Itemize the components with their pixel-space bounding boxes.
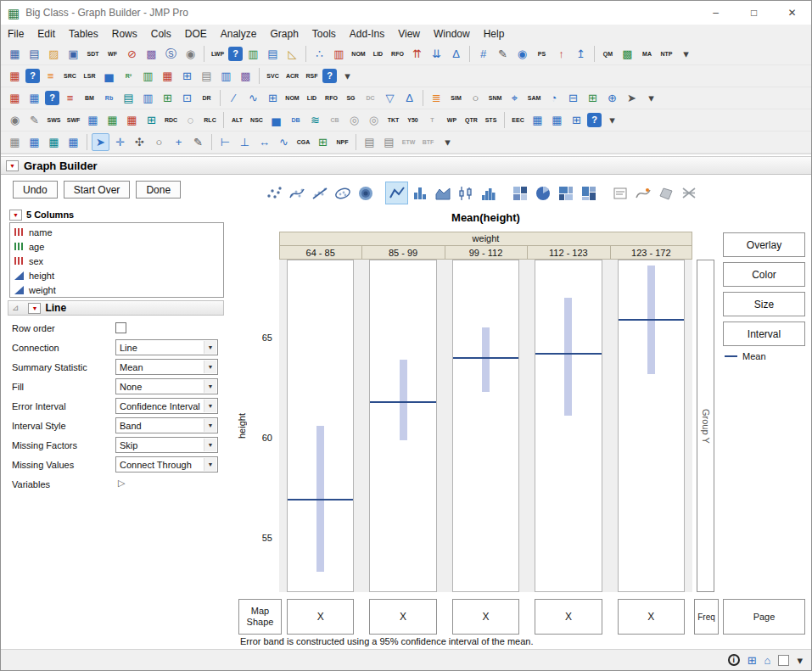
grid-blue-icon[interactable]: ▦ <box>529 111 546 129</box>
wp-addin-icon[interactable]: WP <box>443 111 461 129</box>
table-gray-icon[interactable]: ▦ <box>6 133 24 151</box>
close-button[interactable]: ✕ <box>773 1 811 25</box>
points-element-icon[interactable] <box>262 182 285 204</box>
balance-icon[interactable]: Δ <box>447 45 465 63</box>
list-orange-icon[interactable]: ≣ <box>428 89 445 107</box>
pie-element-icon[interactable] <box>531 182 554 204</box>
grid-plus-icon[interactable]: ⊞ <box>568 111 585 129</box>
t-addin-icon[interactable]: T <box>423 111 441 129</box>
btf-addin-icon[interactable]: BTF <box>419 133 437 151</box>
rb-addin-icon[interactable]: Rb <box>100 89 118 107</box>
table-blue-icon[interactable]: ▥ <box>217 67 235 85</box>
arrow-up-red-icon[interactable]: ↑ <box>552 45 570 63</box>
grid-blue-icon[interactable]: ▦ <box>548 111 566 129</box>
bar-element-icon[interactable] <box>408 182 431 204</box>
menu-file[interactable]: File <box>1 25 31 42</box>
arrow-top-icon[interactable]: ↥ <box>572 45 590 63</box>
cursor-icon[interactable]: ➤ <box>623 89 641 107</box>
ntp-addin-icon[interactable]: NTP <box>658 45 675 63</box>
x-drop-zone[interactable]: X <box>369 599 436 635</box>
new-data-table-icon[interactable]: ▤ <box>25 45 43 63</box>
doc-search-icon[interactable]: ◌ <box>182 111 199 129</box>
y50-addin-icon[interactable]: Y50 <box>404 111 422 129</box>
menu-addins[interactable]: Add-Ins <box>343 25 391 42</box>
table-gray-icon[interactable]: ▤ <box>198 67 216 85</box>
flag-chart-icon[interactable]: ▤ <box>264 45 282 63</box>
resize-axis-icon[interactable]: ↔ <box>255 133 273 151</box>
eec-addin-icon[interactable]: EEC <box>509 111 527 129</box>
dc-addin-icon[interactable]: DC <box>361 89 379 107</box>
page-drop-zone[interactable]: Page <box>723 599 805 635</box>
chart-blue-icon[interactable]: ▥ <box>139 89 157 107</box>
grid-red-icon[interactable]: ▦ <box>6 89 24 107</box>
alt-addin-icon[interactable]: ALT <box>228 111 246 129</box>
r-squared-icon[interactable]: R² <box>120 67 137 85</box>
error-interval-select[interactable]: Confidence Interval▼ <box>115 398 218 414</box>
grid-plus-green-icon[interactable]: ⊞ <box>159 89 176 107</box>
minimize-button[interactable]: – <box>697 1 735 25</box>
map-shapes-element-icon[interactable] <box>654 182 677 204</box>
sg-addin-icon[interactable]: SG <box>342 89 360 107</box>
heatmap-element-icon[interactable] <box>508 182 531 204</box>
grid-blue-icon[interactable]: ▦ <box>84 111 102 129</box>
snm-addin-icon[interactable]: SNM <box>486 89 504 107</box>
sim-addin-icon[interactable]: SIM <box>447 89 465 107</box>
magnifier-tool-icon[interactable]: ○ <box>150 133 168 151</box>
grid-teal-icon[interactable]: ⊞ <box>143 111 160 129</box>
size-drop-button[interactable]: Size <box>723 292 805 316</box>
grid-number-icon[interactable]: # <box>474 45 492 63</box>
toolbar-overflow-icon[interactable]: ▾ <box>677 45 695 63</box>
caption-box-element-icon[interactable] <box>608 182 631 204</box>
bars-green-icon[interactable]: ▥ <box>139 67 157 85</box>
wf-addin-icon[interactable]: WF <box>104 45 121 63</box>
columns-red-triangle-icon[interactable]: ▼ <box>9 210 22 221</box>
plus-grid-icon[interactable]: ⊞ <box>178 67 196 85</box>
column-item-sex[interactable]: sex <box>10 254 223 268</box>
x-drop-zone[interactable]: X <box>535 599 602 635</box>
color-drop-button[interactable]: Color <box>723 262 805 287</box>
freq-drop-zone[interactable]: Freq <box>694 599 719 635</box>
done-button[interactable]: Done <box>136 181 181 199</box>
lid-addin-icon[interactable]: LID <box>303 89 321 107</box>
src-addin-icon[interactable]: SRC <box>61 67 79 85</box>
ellipse-element-icon[interactable] <box>331 182 354 204</box>
column-item-height[interactable]: height <box>10 268 223 282</box>
grid-plus-icon[interactable]: ⊞ <box>264 89 282 107</box>
scatter-chart-icon[interactable]: ∴ <box>311 45 328 63</box>
image-icon[interactable]: ▩ <box>143 45 160 63</box>
toolbar-overflow-icon[interactable]: ▾ <box>642 89 660 107</box>
treemap-element-icon[interactable] <box>554 182 577 204</box>
rfo-addin-icon[interactable]: RFO <box>389 45 406 63</box>
colored-grid-icon[interactable]: ▦ <box>6 67 24 85</box>
area-chart-icon[interactable]: ▅ <box>100 67 118 85</box>
acr-addin-icon[interactable]: ACR <box>283 67 301 85</box>
mini-chart-icon[interactable]: ▅ <box>267 111 285 129</box>
selection-box-icon[interactable] <box>778 655 789 666</box>
annotate-plus-tool-icon[interactable]: + <box>170 133 188 151</box>
missing-values-select[interactable]: Connect Through▼ <box>115 456 218 472</box>
sort-up-icon[interactable]: ⇈ <box>408 45 426 63</box>
eye-icon[interactable]: ◉ <box>513 45 531 63</box>
funnel-icon[interactable]: ▽ <box>381 89 399 107</box>
column-item-age[interactable]: age <box>10 239 223 254</box>
sdt-addin-icon[interactable]: SDT <box>84 45 102 63</box>
list-orange-icon[interactable]: ≡ <box>42 67 59 85</box>
swf-addin-icon[interactable]: SWF <box>64 111 82 129</box>
arrow-tool-icon[interactable]: ➤ <box>92 133 109 151</box>
maximize-button[interactable]: □ <box>735 1 773 25</box>
cga-addin-icon[interactable]: CGA <box>294 133 312 151</box>
list-red-icon[interactable]: ≡ <box>61 89 79 107</box>
window-grid-icon[interactable]: ▦ <box>6 45 24 63</box>
fit-curve-icon[interactable]: ∿ <box>275 133 293 151</box>
rfo-addin-icon[interactable]: RFO <box>322 89 340 107</box>
books-icon[interactable]: ▤ <box>120 89 137 107</box>
fit-line-icon[interactable]: ∕ <box>225 89 243 107</box>
window-view-icon[interactable]: ⊞ <box>748 655 757 666</box>
expand-triangle-icon[interactable]: ▷ <box>118 478 125 488</box>
home-icon[interactable]: ⌂ <box>764 655 771 666</box>
circle-gray-icon[interactable]: ◎ <box>345 111 363 129</box>
image-icon[interactable]: ▩ <box>237 67 255 85</box>
menu-cols[interactable]: Cols <box>144 25 178 42</box>
help-badge-icon[interactable]: ? <box>228 47 243 61</box>
x-drop-zone[interactable]: X <box>452 599 519 635</box>
